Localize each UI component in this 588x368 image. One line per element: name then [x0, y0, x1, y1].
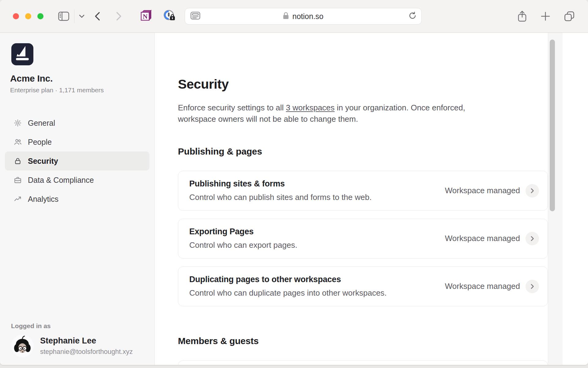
avatar — [11, 335, 34, 357]
org-name: Acme Inc. — [10, 73, 154, 84]
user-email: stephanie@toolsforthought.xyz — [40, 348, 133, 356]
reload-icon[interactable] — [409, 11, 417, 21]
onepassword-extension-icon[interactable] — [163, 10, 175, 23]
sidebar-item-data-compliance[interactable]: Data & Compliance — [5, 171, 149, 190]
scrollbar-thumb[interactable] — [550, 40, 555, 211]
sidebar-toggle-icon[interactable] — [58, 12, 69, 21]
description-pre: Enforce security settings to all — [178, 103, 286, 112]
toolbar-divider — [74, 10, 74, 23]
main-content: Security Enforce security settings to al… — [155, 33, 588, 365]
settings-nav: General People Security Data & Complianc… — [0, 113, 154, 209]
briefcase-icon — [14, 176, 22, 184]
org-meta: Enterprise plan · 1,171 members — [10, 86, 154, 94]
workspaces-link[interactable]: 3 workspaces — [286, 103, 335, 112]
card-description: Control who can publish sites and forms … — [189, 193, 371, 202]
user-name: Stephanie Lee — [40, 336, 133, 346]
page-title: Security — [178, 77, 548, 92]
card-exporting-pages[interactable]: Exporting Pages Control who can export p… — [178, 219, 548, 259]
tls-lock-icon — [283, 12, 289, 21]
sidebar-item-security[interactable]: Security — [5, 151, 149, 171]
logged-in-as-label: Logged in as — [11, 322, 154, 330]
section-heading-publishing: Publishing & pages — [178, 146, 548, 157]
browser-toolbar: N — [0, 0, 588, 33]
svg-text:N: N — [143, 13, 148, 20]
lock-icon — [14, 157, 22, 165]
sailboat-icon — [11, 43, 33, 66]
section-heading-members: Members & guests — [178, 336, 548, 346]
safari-window: N — [0, 0, 588, 365]
org-logo — [11, 43, 33, 65]
page-description: Enforce security settings to all 3 works… — [178, 102, 466, 125]
card-status: Workspace managed — [445, 282, 520, 291]
sidebar-item-people[interactable]: People — [5, 132, 149, 151]
address-bar[interactable]: notion.so — [185, 8, 422, 25]
share-icon[interactable] — [518, 10, 527, 22]
chevron-right-icon[interactable] — [526, 280, 539, 293]
chevron-down-icon[interactable] — [79, 14, 85, 18]
card-title: Duplicating pages to other workspaces — [189, 275, 387, 284]
back-button[interactable] — [94, 11, 101, 21]
settings-sidebar: Acme Inc. Enterprise plan · 1,171 member… — [0, 33, 155, 365]
tab-overview-icon[interactable] — [564, 11, 575, 21]
card-title: Exporting Pages — [189, 227, 297, 236]
gear-icon — [14, 119, 22, 127]
card-status: Workspace managed — [445, 234, 520, 243]
url-text: notion.so — [292, 12, 323, 21]
card-publishing-sites-forms[interactable]: Publishing sites & forms Control who can… — [178, 171, 548, 211]
forward-button[interactable] — [115, 11, 122, 21]
notion-extension-icon[interactable]: N — [140, 10, 152, 23]
new-tab-icon[interactable] — [541, 12, 550, 21]
partial-card[interactable] — [178, 360, 548, 365]
sidebar-footer: Logged in as — [0, 322, 154, 357]
card-duplicating-pages-to-other-workspaces[interactable]: Duplicating pages to other workspaces Co… — [178, 266, 548, 306]
close-window-button[interactable] — [13, 13, 19, 19]
sidebar-item-general[interactable]: General — [5, 113, 149, 132]
card-description: Control who can export pages. — [189, 240, 297, 250]
trending-up-icon — [14, 195, 22, 203]
card-description: Control who can duplicate pages into oth… — [189, 288, 387, 298]
page-settings-icon[interactable] — [190, 12, 200, 21]
minimize-window-button[interactable] — [25, 13, 31, 19]
chevron-right-icon[interactable] — [526, 232, 539, 245]
publishing-cards: Publishing sites & forms Control who can… — [178, 171, 548, 306]
people-icon — [14, 138, 22, 146]
chevron-right-icon[interactable] — [526, 184, 539, 197]
scrollbar-track[interactable] — [548, 33, 563, 365]
zoom-window-button[interactable] — [37, 13, 43, 19]
traffic-lights — [13, 13, 43, 19]
sidebar-item-analytics[interactable]: Analytics — [5, 190, 149, 209]
card-title: Publishing sites & forms — [189, 179, 371, 189]
card-status: Workspace managed — [445, 186, 520, 195]
